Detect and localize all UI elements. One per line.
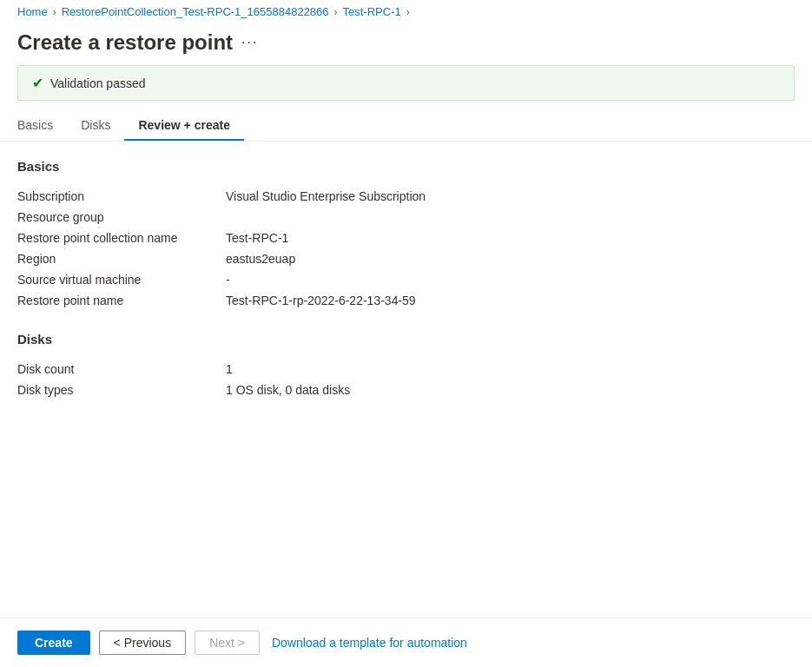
basics-value-source-vm: - [226, 273, 230, 287]
disks-table: Disk count 1 Disk types 1 OS disk, 0 dat… [17, 359, 795, 400]
breadcrumb-rpc[interactable]: Test-RPC-1 [343, 5, 401, 18]
tab-review[interactable]: Review + create [124, 111, 243, 141]
table-row: Source virtual machine - [17, 269, 795, 290]
check-icon: ✔ [32, 75, 43, 91]
download-template-link[interactable]: Download a template for automation [272, 636, 467, 650]
table-row: Disk types 1 OS disk, 0 data disks [17, 380, 795, 400]
breadcrumb-sep-3: › [406, 6, 410, 18]
table-row: Region eastus2euap [17, 248, 795, 269]
breadcrumb-sep-1: › [53, 6, 56, 18]
disks-value-count: 1 [226, 362, 233, 376]
basics-value-subscription: Visual Studio Enterprise Subscription [226, 189, 426, 203]
main-content: Basics Subscription Visual Studio Enterp… [0, 142, 812, 617]
basics-value-collection-name: Test-RPC-1 [226, 231, 288, 245]
basics-label-restore-point-name: Restore point name [17, 294, 226, 307]
tab-basics[interactable]: Basics [17, 111, 67, 141]
disks-value-types: 1 OS disk, 0 data disks [226, 383, 350, 397]
breadcrumb: Home › RestorePointCollection_Test-RPC-1… [0, 0, 812, 23]
basics-label-source-vm: Source virtual machine [17, 273, 226, 287]
disks-section-title: Disks [17, 332, 795, 347]
breadcrumb-collection[interactable]: RestorePointCollection_Test-RPC-1_165588… [62, 5, 329, 18]
tabs-bar: Basics Disks Review + create [0, 111, 812, 142]
basics-label-resource-group: Resource group [17, 210, 226, 224]
validation-banner: ✔ Validation passed [17, 65, 795, 101]
table-row: Resource group [17, 207, 795, 228]
create-button[interactable]: Create [17, 631, 90, 655]
basics-label-region: Region [17, 252, 226, 266]
page-title: Create a restore point [17, 30, 233, 55]
breadcrumb-home[interactable]: Home [17, 5, 48, 18]
table-row: Disk count 1 [17, 359, 795, 380]
basics-table: Subscription Visual Studio Enterprise Su… [17, 186, 795, 311]
table-row: Restore point collection name Test-RPC-1 [17, 228, 795, 248]
basics-label-collection-name: Restore point collection name [17, 231, 226, 245]
basics-value-restore-point-name: Test-RPC-1-rp-2022-6-22-13-34-59 [226, 294, 416, 307]
table-row: Subscription Visual Studio Enterprise Su… [17, 186, 795, 207]
basics-section-title: Basics [17, 159, 795, 174]
footer-bar: Create < Previous Next > Download a temp… [0, 617, 812, 667]
more-options-icon[interactable]: ··· [241, 35, 258, 50]
validation-message: Validation passed [50, 76, 145, 90]
disks-label-count: Disk count [17, 362, 226, 376]
disks-label-types: Disk types [17, 383, 226, 397]
next-button[interactable]: Next > [195, 631, 260, 655]
basics-label-subscription: Subscription [17, 189, 226, 203]
tab-disks[interactable]: Disks [67, 111, 124, 141]
table-row: Restore point name Test-RPC-1-rp-2022-6-… [17, 290, 795, 311]
page-header: Create a restore point ··· [0, 23, 812, 65]
breadcrumb-sep-2: › [334, 6, 338, 18]
basics-value-region: eastus2euap [226, 252, 295, 266]
previous-button[interactable]: < Previous [99, 631, 187, 655]
